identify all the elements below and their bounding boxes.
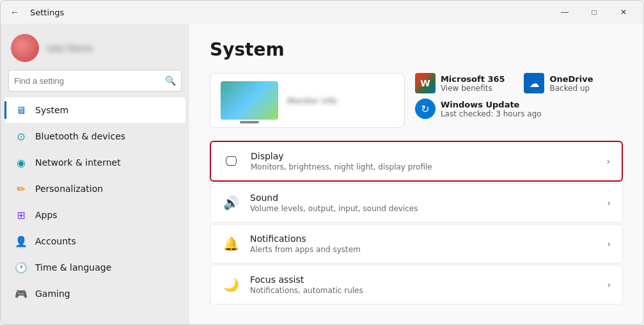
maximize-button[interactable]: □ (579, 2, 609, 22)
search-box[interactable]: 🔍 (8, 70, 182, 91)
monitor-info: Monitor info (287, 96, 337, 106)
search-input[interactable] (14, 76, 165, 86)
nav-label-accounts: Accounts (35, 236, 76, 246)
close-button[interactable]: ✕ (609, 2, 638, 22)
service-row-top: W Microsoft 365 View benefits ☁ (415, 73, 623, 93)
settings-sub-display: Monitors, brightness, night light, displ… (251, 162, 596, 171)
nav-label-time: Time & language (35, 262, 111, 273)
settings-sub-notifications: Alerts from apps and system (250, 245, 597, 254)
top-cards: Monitor info W Microsoft 365 View benefi… (210, 73, 623, 128)
search-icon-button[interactable]: 🔍 (165, 75, 176, 86)
nav-label-personalization: Personalization (35, 184, 103, 194)
ms365-item[interactable]: W Microsoft 365 View benefits (415, 73, 514, 93)
monitor-thumbnail (221, 81, 278, 120)
settings-text-notifications: Notifications Alerts from apps and syste… (250, 234, 597, 254)
sidebar-item-personalization[interactable]: ✏ Personalization (4, 176, 185, 202)
settings-item-display[interactable]: 🖵 Display Monitors, brightness, night li… (210, 141, 623, 182)
sidebar: User Name 🔍 🖥 System ⊙ Bluetooth & devic… (1, 24, 189, 324)
nav-label-bluetooth: Bluetooth & devices (35, 131, 125, 141)
sidebar-item-time[interactable]: 🕐 Time & language (4, 255, 185, 280)
nav-icon-personalization: ✏ (15, 182, 27, 195)
ms365-text: Microsoft 365 View benefits (441, 74, 505, 93)
nav-icon-bluetooth: ⊙ (15, 130, 27, 143)
minimize-button[interactable]: — (550, 2, 579, 22)
settings-icon-focus: 🌙 (222, 276, 240, 294)
window-controls: — □ ✕ (550, 2, 638, 22)
settings-text-sound: Sound Volume levels, output, input, soun… (250, 193, 597, 213)
page-title: System (210, 39, 623, 60)
sidebar-item-system[interactable]: 🖥 System (4, 97, 185, 123)
settings-item-notifications[interactable]: 🔔 Notifications Alerts from apps and sys… (210, 224, 623, 264)
chevron-icon-focus: › (607, 280, 611, 290)
settings-item-sound[interactable]: 🔊 Sound Volume levels, output, input, so… (210, 183, 623, 223)
sidebar-item-gaming[interactable]: 🎮 Gaming (4, 281, 185, 306)
settings-list: 🖵 Display Monitors, brightness, night li… (210, 141, 623, 305)
settings-text-focus: Focus assist Notifications, automatic ru… (250, 274, 597, 295)
settings-title-notifications: Notifications (250, 234, 597, 244)
ms365-icon: W (415, 73, 436, 93)
settings-window: ← Settings — □ ✕ User Name 🔍 🖥 Syste (0, 0, 644, 325)
windows-update-item[interactable]: ↻ Windows Update Last checked: 3 hours a… (415, 99, 623, 119)
sidebar-item-apps[interactable]: ⊞ Apps (4, 202, 185, 228)
nav-icon-system: 🖥 (15, 104, 27, 116)
back-button[interactable]: ← (6, 3, 24, 21)
ms365-name: Microsoft 365 (441, 74, 505, 84)
sidebar-profile: User Name (1, 24, 189, 70)
nav-label-network: Network & internet (35, 157, 121, 168)
main-panel: System Monitor info W (189, 24, 643, 324)
nav-icon-apps: ⊞ (15, 209, 27, 221)
nav-label-gaming: Gaming (35, 289, 70, 299)
wu-sub: Last checked: 3 hours ago (441, 109, 542, 118)
monitor-card: Monitor info (210, 73, 405, 128)
settings-title-focus: Focus assist (250, 274, 597, 285)
onedrive-sub: Backed up (549, 84, 593, 93)
settings-title-sound: Sound (250, 193, 597, 203)
profile-name: User Name (47, 44, 93, 53)
sidebar-item-network[interactable]: ◉ Network & internet (4, 150, 185, 175)
settings-title-display: Display (251, 151, 596, 161)
service-cards: W Microsoft 365 View benefits ☁ (415, 73, 623, 128)
wu-text: Windows Update Last checked: 3 hours ago (441, 100, 542, 118)
sidebar-item-accounts[interactable]: 👤 Accounts (4, 228, 185, 254)
nav-icon-accounts: 👤 (15, 235, 27, 248)
nav-icon-network: ◉ (15, 156, 27, 169)
onedrive-icon: ☁ (524, 73, 544, 93)
onedrive-name: OneDrive (549, 74, 593, 84)
sidebar-item-bluetooth[interactable]: ⊙ Bluetooth & devices (4, 123, 185, 149)
chevron-icon-display: › (606, 156, 610, 166)
service-row-bottom: ↻ Windows Update Last checked: 3 hours a… (415, 99, 623, 119)
settings-icon-display: 🖵 (223, 152, 240, 170)
settings-item-focus[interactable]: 🌙 Focus assist Notifications, automatic … (210, 265, 623, 305)
nav-icon-time: 🕐 (15, 261, 27, 274)
app-title: Settings (30, 8, 64, 17)
nav-icon-gaming: 🎮 (15, 287, 27, 300)
ms365-sub: View benefits (441, 84, 505, 93)
onedrive-text: OneDrive Backed up (549, 74, 593, 93)
titlebar-left: ← Settings (6, 3, 64, 21)
settings-icon-notifications: 🔔 (222, 235, 240, 253)
settings-text-display: Display Monitors, brightness, night ligh… (251, 151, 596, 171)
settings-icon-sound: 🔊 (222, 194, 240, 212)
avatar (11, 34, 39, 62)
nav-label-system: System (35, 105, 68, 115)
settings-sub-focus: Notifications, automatic rules (250, 286, 597, 295)
chevron-icon-sound: › (607, 198, 611, 208)
settings-sub-sound: Volume levels, output, input, sound devi… (250, 204, 597, 213)
titlebar: ← Settings — □ ✕ (1, 1, 643, 24)
main-content: User Name 🔍 🖥 System ⊙ Bluetooth & devic… (1, 24, 643, 324)
wu-name: Windows Update (441, 100, 542, 109)
chevron-icon-notifications: › (607, 239, 611, 249)
windows-update-icon: ↻ (415, 99, 436, 119)
onedrive-item[interactable]: ☁ OneDrive Backed up (524, 73, 623, 93)
nav-list: 🖥 System ⊙ Bluetooth & devices ◉ Network… (1, 97, 189, 307)
nav-label-apps: Apps (35, 210, 58, 220)
